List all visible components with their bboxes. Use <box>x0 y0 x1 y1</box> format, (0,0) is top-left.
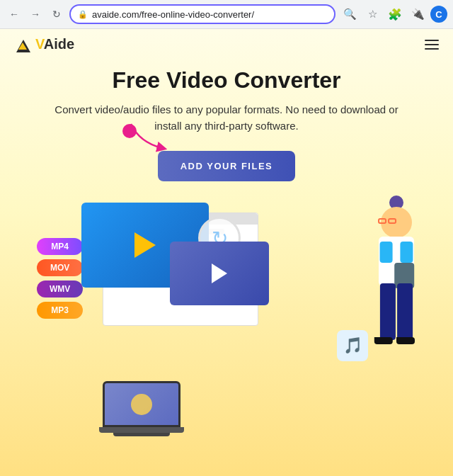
hero-title: Free Video Converter <box>42 67 411 94</box>
forward-button[interactable]: → <box>27 6 44 23</box>
url-text: avaide.com/free-online-video-converter/ <box>92 9 327 20</box>
hamburger-menu[interactable] <box>425 40 439 50</box>
bookmark-icon-btn[interactable]: ☆ <box>362 4 382 24</box>
hamburger-line <box>425 40 439 41</box>
profile-avatar[interactable]: C <box>430 6 447 23</box>
badge-mp3: MP3 <box>37 302 83 319</box>
hamburger-line <box>425 48 439 50</box>
char-shirt-sleeve-right <box>400 242 413 263</box>
char-shoe-left <box>374 337 393 344</box>
laptop <box>99 381 184 436</box>
character-illustration <box>361 196 432 394</box>
video-player-second <box>170 242 269 305</box>
char-shirt-sleeve-left <box>380 242 393 263</box>
add-files-button[interactable]: ADD YOUR FILES <box>158 151 296 181</box>
badge-mp4: MP4 <box>37 238 83 255</box>
website-content: VAide Free Video Converter Convert video… <box>0 29 453 476</box>
logo: VAide <box>14 36 74 52</box>
arrow-svg <box>125 121 175 153</box>
back-button[interactable]: ← <box>6 6 23 23</box>
site-nav: VAide <box>0 29 453 60</box>
char-shoe-right <box>396 337 415 344</box>
hamburger-line <box>425 44 439 45</box>
logo-text: VAide <box>35 36 74 52</box>
player-mockup: ↻ <box>81 203 273 344</box>
hero-subtitle: Convert video/audio files to any popular… <box>42 102 411 134</box>
lock-icon: 🔒 <box>78 10 88 19</box>
laptop-screen-graphic <box>131 394 152 415</box>
char-glasses <box>378 218 396 224</box>
char-pants-left <box>380 283 396 340</box>
reload-button[interactable]: ↻ <box>48 6 65 23</box>
badge-mov: MOV <box>37 259 83 276</box>
char-head <box>381 207 412 238</box>
address-bar[interactable]: 🔒 avaide.com/free-online-video-converter… <box>69 4 336 24</box>
illustration-area: MP4 MOV WMV MP3 <box>0 196 453 436</box>
hero-section: Free Video Converter Convert video/audio… <box>0 60 453 181</box>
search-icon-btn[interactable]: 🔍 <box>340 4 360 24</box>
format-badges: MP4 MOV WMV MP3 <box>37 238 83 319</box>
badge-wmv: WMV <box>37 280 83 298</box>
browser-chrome: ← → ↻ 🔒 avaide.com/free-online-video-con… <box>0 0 453 29</box>
play-icon-yellow <box>134 232 156 258</box>
extensions-menu-btn[interactable]: 🔌 <box>408 4 428 24</box>
extension-icon-btn[interactable]: 🧩 <box>385 4 405 24</box>
add-files-area: ADD YOUR FILES <box>42 151 411 181</box>
char-pants-right <box>397 283 413 340</box>
play-icon-white <box>212 264 227 283</box>
logo-icon <box>14 37 33 52</box>
